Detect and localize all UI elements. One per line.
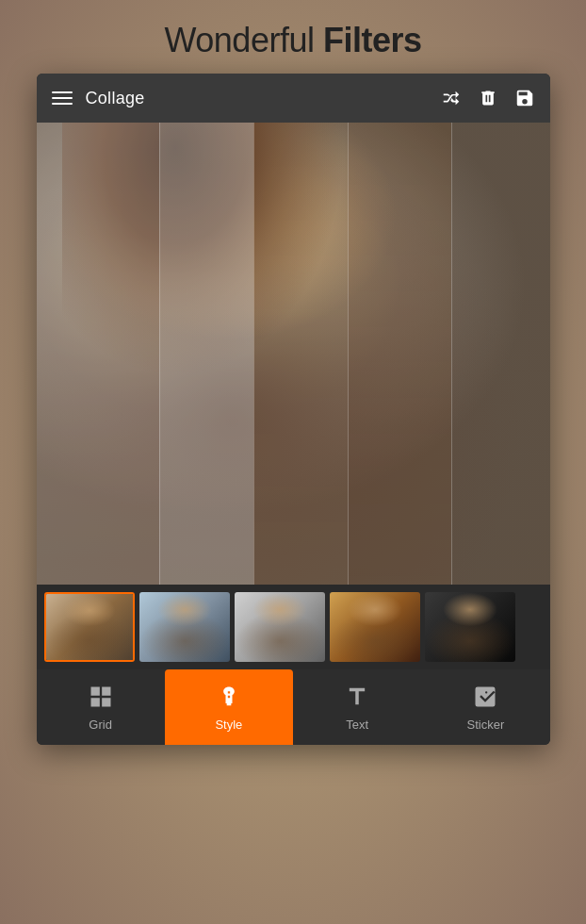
thumbnail-5[interactable] [425,592,515,662]
divider-4 [451,123,453,585]
toolbar-left: Collage [52,89,145,108]
nav-label-grid: Grid [89,718,112,732]
delete-icon[interactable] [479,88,497,108]
toolbar: Collage [37,74,550,123]
page-title: Wonderful Filters [0,21,586,60]
filter-strip-5 [451,123,550,585]
nav-item-sticker[interactable]: Sticker [421,669,549,745]
thumbnail-1[interactable] [44,592,135,662]
filter-strip-3 [253,123,348,585]
thumbnail-4[interactable] [330,592,420,662]
toolbar-title: Collage [86,89,145,108]
style-icon [216,684,242,714]
save-icon[interactable] [514,88,535,108]
nav-item-text[interactable]: Text [293,669,421,745]
divider-1 [159,123,161,585]
grid-icon [88,684,114,714]
app-container: Collage [37,74,550,745]
divider-3 [348,123,350,585]
nav-item-grid[interactable]: Grid [37,669,165,745]
main-image [37,123,550,585]
thumbnail-2[interactable] [139,592,230,662]
shuffle-icon[interactable] [441,88,462,108]
filter-strip-4 [348,123,451,585]
nav-label-text: Text [346,718,368,732]
sticker-icon [472,684,498,714]
toolbar-actions [441,88,535,108]
divider-2 [253,123,255,585]
filter-strip-1 [37,123,159,585]
thumbnail-3[interactable] [235,592,325,662]
title-area: Wonderful Filters [0,0,586,74]
menu-icon[interactable] [52,91,73,105]
bottom-nav: Grid Style Text [37,669,550,745]
nav-item-style[interactable]: Style [165,669,293,745]
filter-strip-2 [159,123,253,585]
nav-label-sticker: Sticker [467,718,505,732]
nav-label-style: Style [215,718,242,732]
text-icon [344,684,370,714]
thumbnail-strip [37,585,550,669]
